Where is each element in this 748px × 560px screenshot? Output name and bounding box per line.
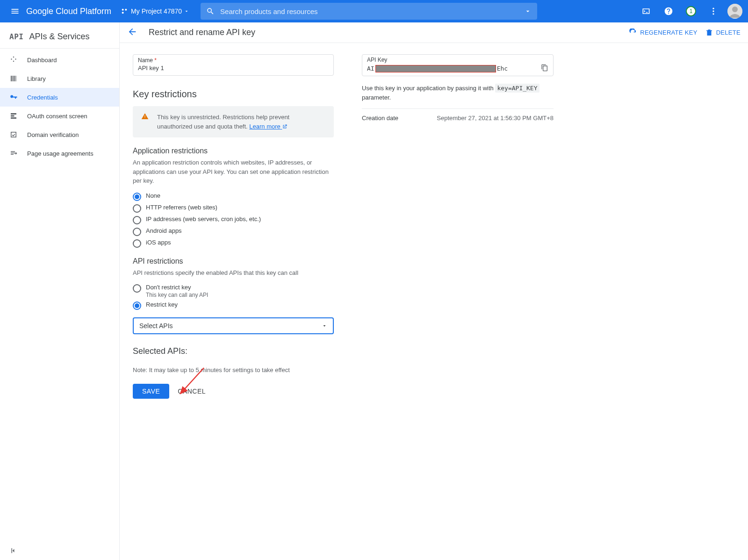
action-bar: Restrict and rename API key Regenerate K…	[120, 22, 748, 43]
sidebar-item-agreements[interactable]: Page usage agreements	[0, 144, 119, 163]
alert-unrestricted: This key is unrestricted. Restrictions h…	[133, 106, 334, 137]
more-vert-icon	[709, 7, 718, 16]
library-icon	[9, 74, 18, 83]
creation-date-label: Creation date	[362, 115, 398, 122]
page-title: Restrict and rename API key	[149, 28, 255, 37]
arrow-back-icon	[127, 27, 137, 37]
project-dots-icon	[121, 7, 128, 15]
select-apis-dropdown[interactable]: Select APIs	[133, 317, 334, 334]
sidebar-title: APIs & Services	[29, 32, 89, 42]
account-avatar[interactable]	[727, 4, 742, 19]
hamburger-icon	[10, 7, 20, 16]
api-key-hint-code: key=API_KEY	[495, 84, 539, 93]
svg-point-1	[125, 9, 127, 11]
content: Restrict and rename API key Regenerate K…	[120, 22, 748, 560]
project-picker[interactable]: My Project 47870	[119, 7, 189, 15]
dropdown-arrow-icon	[322, 323, 327, 329]
svg-point-3	[712, 8, 714, 9]
radio-restrict-key[interactable]: Restrict key	[133, 301, 334, 310]
warning-icon	[141, 113, 149, 131]
notif-badge: 1	[686, 6, 696, 16]
footer-note: Note: It may take up to 5 minutes for se…	[133, 366, 334, 373]
sidebar-item-label: Credentials	[27, 94, 58, 101]
help-button[interactable]	[660, 3, 677, 20]
svg-point-0	[122, 9, 124, 11]
search-box[interactable]	[201, 3, 537, 20]
api-key-label: API Key	[367, 57, 548, 63]
delete-button[interactable]: Delete	[705, 29, 741, 37]
info-column: API Key AI Ehc Use this key in your appl…	[362, 54, 554, 399]
app-restrictions-radios: None HTTP referrers (web sites) IP addre…	[133, 192, 334, 248]
name-label: Name *	[138, 57, 157, 64]
search-dropdown-icon[interactable]	[524, 7, 532, 15]
radio-app-none[interactable]: None	[133, 192, 334, 201]
notifications-button[interactable]: 1	[683, 3, 699, 20]
sidebar-item-label: Domain verification	[27, 131, 79, 138]
svg-point-5	[712, 13, 714, 14]
verify-icon	[9, 130, 18, 139]
sidebar-item-label: Dashboard	[27, 57, 57, 64]
save-button[interactable]: SAVE	[133, 384, 169, 399]
api-key-prefix: AI	[367, 65, 374, 72]
app-restrictions-desc: An application restriction controls whic…	[133, 158, 334, 186]
svg-point-7	[732, 7, 738, 12]
alert-text: This key is unrestricted. Restrictions h…	[157, 113, 325, 131]
sidebar-item-credentials[interactable]: Credentials	[0, 88, 119, 107]
api-restrictions-desc: API restrictions specify the enabled API…	[133, 268, 334, 278]
more-button[interactable]	[705, 3, 722, 20]
trash-icon	[705, 29, 713, 37]
name-field-wrapper[interactable]: Name *	[133, 54, 334, 76]
creation-date-row: Creation date September 27, 2021 at 1:56…	[362, 108, 554, 122]
radio-app-ip[interactable]: IP addresses (web servers, cron jobs, et…	[133, 215, 334, 224]
gcp-logo-text[interactable]: Google Cloud Platform	[26, 7, 111, 16]
refresh-icon	[629, 29, 637, 37]
svg-point-2	[122, 12, 124, 14]
copy-key-button[interactable]	[541, 64, 548, 73]
sidebar-item-dashboard[interactable]: Dashboard	[0, 50, 119, 69]
collapse-icon	[9, 546, 18, 555]
cancel-button[interactable]: CANCEL	[178, 388, 206, 395]
cloud-shell-button[interactable]	[638, 3, 654, 20]
sidebar-item-domain[interactable]: Domain verification	[0, 125, 119, 144]
learn-more-link[interactable]: Learn more	[249, 123, 288, 130]
topbar: Google Cloud Platform My Project 47870 1	[0, 0, 748, 22]
delete-label: Delete	[716, 29, 741, 36]
key-restrictions-heading: Key restrictions	[133, 89, 334, 100]
copy-icon	[541, 64, 548, 72]
api-key-suffix: Ehc	[497, 65, 508, 72]
external-link-icon	[282, 124, 288, 129]
radio-dont-restrict[interactable]: Don't restrict keyThis key can call any …	[133, 284, 334, 298]
selected-apis-heading: Selected APIs:	[133, 346, 334, 356]
sidebar-header[interactable]: API APIs & Services	[0, 26, 119, 49]
search-icon	[206, 7, 215, 15]
sidebar-item-library[interactable]: Library	[0, 69, 119, 88]
regenerate-label: Regenerate Key	[640, 29, 697, 36]
search-input[interactable]	[220, 7, 524, 15]
app-restrictions-heading: Application restrictions	[133, 147, 334, 155]
project-name: My Project 47870	[131, 7, 182, 15]
dashboard-icon	[9, 56, 18, 64]
sidebar-item-label: Page usage agreements	[27, 150, 94, 157]
avatar-icon	[727, 4, 742, 19]
radio-app-http[interactable]: HTTP referrers (web sites)	[133, 204, 334, 213]
menu-button[interactable]	[6, 2, 24, 21]
key-icon	[9, 93, 18, 101]
api-key-hint: Use this key in your application by pass…	[362, 84, 554, 102]
sidebar-item-label: Library	[27, 75, 46, 82]
regenerate-key-button[interactable]: Regenerate Key	[629, 29, 697, 37]
sidebar: API APIs & Services Dashboard Library Cr…	[0, 22, 120, 560]
api-key-box: API Key AI Ehc	[362, 54, 554, 76]
radio-app-android[interactable]: Android apps	[133, 227, 334, 236]
api-key-redacted	[375, 65, 496, 72]
agreements-icon	[9, 149, 18, 158]
form-column: Name * Key restrictions This key is unre…	[133, 54, 334, 399]
sidebar-collapse-button[interactable]	[9, 546, 18, 556]
sidebar-item-oauth[interactable]: OAuth consent screen	[0, 107, 119, 125]
radio-app-ios[interactable]: iOS apps	[133, 239, 334, 248]
back-button[interactable]	[127, 27, 137, 38]
api-restrictions-heading: API restrictions	[133, 257, 334, 266]
api-restrictions-radios: Don't restrict keyThis key can call any …	[133, 284, 334, 310]
name-input[interactable]	[138, 64, 329, 72]
help-icon	[664, 7, 673, 16]
creation-date-value: September 27, 2021 at 1:56:30 PM GMT+8	[437, 115, 554, 122]
